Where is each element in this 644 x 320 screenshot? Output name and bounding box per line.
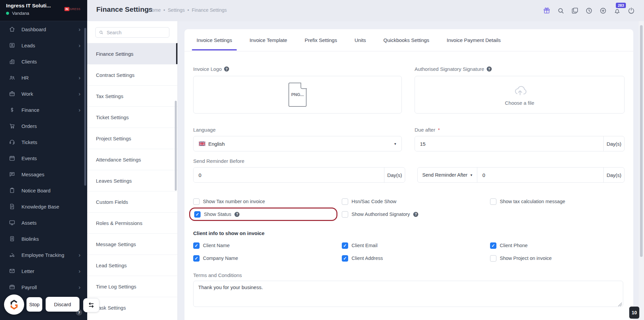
tab-units[interactable]: Units — [355, 29, 366, 51]
checkbox[interactable] — [342, 242, 348, 249]
settings-nav-contract-settings[interactable]: Contract Settings — [87, 64, 177, 85]
add-new-icon[interactable] — [599, 7, 607, 15]
online-status-dot — [6, 12, 9, 15]
sidebar-item-work[interactable]: Work› — [0, 86, 87, 102]
help-icon[interactable]: ? — [224, 66, 229, 72]
settings-nav-project-settings[interactable]: Project Settings — [87, 128, 177, 149]
checkbox[interactable] — [193, 255, 200, 262]
checkbox-label: Show Status — [204, 212, 231, 217]
chevron-right-icon: › — [78, 43, 80, 48]
due-after-input[interactable] — [415, 136, 603, 151]
language-select[interactable]: English ▾ — [193, 136, 402, 151]
chevron-right-icon: › — [78, 27, 80, 32]
tab-prefix-settings[interactable]: Prefix Settings — [305, 29, 337, 51]
sidebar-item-finance[interactable]: Finance› — [0, 102, 87, 118]
sidebar-item-dashboard[interactable]: Dashboard› — [0, 21, 87, 37]
signature-upload[interactable]: Choose a file — [415, 76, 625, 113]
checkbox-label: Client Email — [352, 243, 377, 248]
sidebar-item-letter[interactable]: Letter› — [0, 263, 87, 279]
breadcrumb-home[interactable]: Home — [148, 7, 161, 13]
sidebar-item-payroll[interactable]: Payroll› — [0, 279, 87, 295]
help-icon[interactable]: ? — [413, 212, 418, 217]
breadcrumb-settings[interactable]: Settings — [168, 7, 185, 13]
notification-count-badge: 283 — [616, 3, 626, 8]
sidebar-item-clients[interactable]: Clients — [0, 53, 87, 70]
sidebar-item-orders[interactable]: Orders — [0, 118, 87, 134]
notes-icon[interactable] — [571, 7, 579, 15]
settings-nav-leaves-settings[interactable]: Leaves Settings — [87, 170, 177, 191]
logout-power-icon[interactable] — [627, 7, 635, 15]
days-suffix: Day(s) — [384, 168, 405, 182]
checkbox[interactable] — [193, 198, 200, 205]
sidebar-item-notice-board[interactable]: Notice Board — [0, 182, 87, 198]
help-icon[interactable]: ? — [234, 212, 239, 217]
gift-icon[interactable] — [543, 7, 551, 15]
settings-panel-scrollbar[interactable] — [175, 101, 177, 191]
settings-nav-time-log-settings[interactable]: Time Log Settings — [87, 276, 177, 297]
swap-arrows-button[interactable] — [83, 298, 99, 312]
sidebar-item-messages[interactable]: Messages — [0, 166, 87, 182]
page-number-badge: 10 — [629, 307, 639, 319]
checkbox[interactable] — [193, 242, 200, 249]
window-scrollbar-track[interactable] — [639, 21, 644, 320]
sidebar-scrollbar[interactable] — [84, 28, 86, 186]
discard-button[interactable]: Discard — [46, 297, 79, 312]
settings-nav-custom-fields[interactable]: Custom Fields — [87, 191, 177, 212]
sidebar-item-leads[interactable]: Leads› — [0, 37, 87, 53]
reminder-after-input[interactable] — [477, 168, 603, 182]
sidebar-item-label: Finance — [21, 107, 39, 113]
chevron-right-icon: › — [78, 268, 80, 274]
terms-textarea[interactable]: Thank you for your business. — [193, 281, 623, 307]
sidebar-item-knowledge-base[interactable]: Knowledge Base — [0, 198, 87, 215]
tab-invoice-payment-details[interactable]: Invoice Payment Details — [447, 29, 501, 51]
checkbox[interactable] — [194, 211, 201, 218]
sidebar-item-assets[interactable]: Assets — [0, 215, 87, 231]
brand-block: Ingress IT Soluti... Vandana IN GRESS — [0, 0, 87, 21]
signatory-label: Authorised Signatory Signature — [415, 66, 484, 72]
settings-nav-roles-permissions[interactable]: Roles & Permissions — [87, 212, 177, 233]
sidebar-item-biolinks[interactable]: Biolinks — [0, 231, 87, 247]
finance-settings-card: Invoice Settings Invoice Template Prefix… — [184, 29, 633, 320]
sidebar-item-employee-tracking[interactable]: Employee Tracking› — [0, 247, 87, 263]
checkbox[interactable] — [342, 211, 348, 218]
sidebar-item-label: Assets — [21, 220, 37, 226]
company-name[interactable]: Ingress IT Soluti... — [6, 3, 51, 9]
png-file-icon: PNG... — [288, 83, 307, 107]
tab-invoice-template[interactable]: Invoice Template — [250, 29, 287, 51]
settings-nav-finance-settings[interactable]: Finance Settings — [87, 43, 177, 64]
tab-quickbooks-settings[interactable]: Quickbooks Settings — [383, 29, 429, 51]
recorder-logo[interactable] — [4, 294, 24, 315]
sidebar-item-tickets[interactable]: Tickets — [0, 134, 87, 150]
settings-nav-lead-settings[interactable]: Lead Settings — [87, 255, 177, 276]
uk-flag-icon — [199, 141, 205, 146]
history-clock-icon[interactable] — [585, 7, 593, 15]
checkbox[interactable] — [490, 242, 496, 249]
invoice-logo-upload[interactable]: PNG... — [193, 76, 402, 113]
stop-button[interactable]: Stop — [26, 297, 42, 312]
reminder-before-input[interactable] — [194, 168, 384, 182]
sidebar-item-events[interactable]: Events — [0, 150, 87, 166]
checkbox[interactable] — [342, 198, 348, 205]
ingress-logo: IN GRESS — [64, 7, 80, 11]
sidebar-item-hr[interactable]: HR› — [0, 70, 87, 86]
invoice-logo-field: Invoice Logo? PNG... — [193, 66, 402, 113]
help-icon[interactable]: ? — [487, 66, 492, 72]
settings-search-input[interactable] — [95, 27, 169, 38]
reminder-after-select[interactable]: Send Reminder After▾ — [418, 168, 477, 182]
checkbox[interactable] — [490, 198, 496, 205]
tab-invoice-settings[interactable]: Invoice Settings — [197, 29, 232, 51]
search-icon[interactable] — [557, 7, 565, 15]
sidebar-item-label: Dashboard — [21, 27, 46, 32]
settings-nav-task-settings[interactable]: Task Settings — [87, 297, 177, 318]
checkbox-label: Client Name — [203, 243, 230, 248]
checkbox[interactable] — [490, 255, 496, 262]
settings-nav-attendance-settings[interactable]: Attendance Settings — [87, 149, 177, 170]
dollar-icon — [9, 106, 15, 113]
settings-nav-tax-settings[interactable]: Tax Settings — [87, 85, 177, 106]
notifications-bell-icon[interactable]: 283 — [613, 7, 621, 15]
window-scrollbar-thumb[interactable] — [640, 25, 643, 257]
settings-nav-ticket-settings[interactable]: Ticket Settings — [87, 106, 177, 128]
checkbox[interactable] — [342, 255, 348, 262]
settings-nav-message-settings[interactable]: Message Settings — [87, 233, 177, 255]
signature-field: Authorised Signatory Signature? Choose a… — [415, 66, 625, 113]
